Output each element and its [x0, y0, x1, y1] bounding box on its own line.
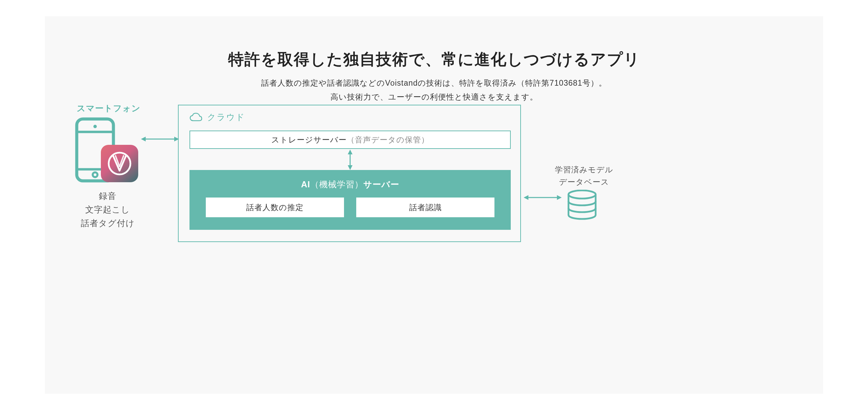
- database-caption: 学習済みモデル データベース: [543, 164, 625, 188]
- description-line-1: 話者人数の推定や話者認識などのVoistandの技術は、特許を取得済み（特許第7…: [45, 76, 823, 90]
- svg-marker-10: [348, 150, 352, 154]
- ai-subbox-speaker-recognition: 話者認識: [356, 198, 494, 217]
- svg-marker-7: [141, 137, 146, 141]
- cloud-label: クラウド: [207, 112, 245, 123]
- svg-marker-11: [348, 165, 352, 170]
- double-arrow-ai-db-icon: [524, 194, 562, 201]
- ai-title-prefix: AI: [301, 180, 310, 189]
- description-line-2: 高い技術力で、ユーザーの利便性と快適さを支えます。: [45, 90, 823, 104]
- smartphone-caption-2: 文字起こし: [64, 203, 152, 216]
- app-icon: [101, 145, 138, 182]
- svg-marker-13: [524, 195, 528, 200]
- page-title: 特許を取得した独自技術で、常に進化しつづけるアプリ: [45, 49, 823, 70]
- ai-subboxes: 話者人数の推定 話者認識: [189, 190, 511, 217]
- ai-server-box: AI（機械学習）サーバー 話者人数の推定 話者認識: [189, 170, 511, 230]
- page-description: 話者人数の推定や話者認識などのVoistandの技術は、特許を取得済み（特許第7…: [45, 76, 823, 104]
- cloud-icon: [189, 113, 202, 122]
- ai-server-title: AI（機械学習）サーバー: [189, 170, 511, 190]
- smartphone-caption-1: 録音: [64, 189, 152, 203]
- database-caption-line-1: 学習済みモデル: [543, 164, 625, 176]
- svg-point-4: [93, 172, 97, 177]
- ai-title-suffix: サーバー: [363, 180, 399, 189]
- double-arrow-storage-ai-icon: [347, 150, 353, 170]
- double-arrow-phone-cloud-icon: [141, 136, 179, 142]
- smartphone-caption-3: 話者タグ付け: [64, 216, 152, 230]
- ai-subbox-speaker-count: 話者人数の推定: [206, 198, 344, 217]
- svg-point-1: [93, 125, 97, 128]
- cloud-header: クラウド: [189, 112, 245, 123]
- svg-point-15: [568, 190, 596, 199]
- svg-marker-14: [557, 195, 562, 200]
- database-caption-line-2: データベース: [543, 176, 625, 188]
- ai-title-sub: （機械学習）: [310, 180, 363, 189]
- cloud-frame: クラウド ストレージサーバー （音声データの保管） AI（機械学習）サーバー 話…: [178, 105, 521, 242]
- storage-title: ストレージサーバー: [271, 135, 347, 145]
- database-icon: [566, 190, 598, 220]
- storage-subtitle: （音声データの保管）: [347, 135, 429, 145]
- content-panel: 特許を取得した独自技術で、常に進化しつづけるアプリ 話者人数の推定や話者認識など…: [45, 16, 823, 394]
- smartphone-label: スマートフォン: [68, 103, 149, 114]
- storage-server-box: ストレージサーバー （音声データの保管）: [189, 131, 511, 149]
- smartphone-captions: 録音 文字起こし 話者タグ付け: [64, 189, 152, 230]
